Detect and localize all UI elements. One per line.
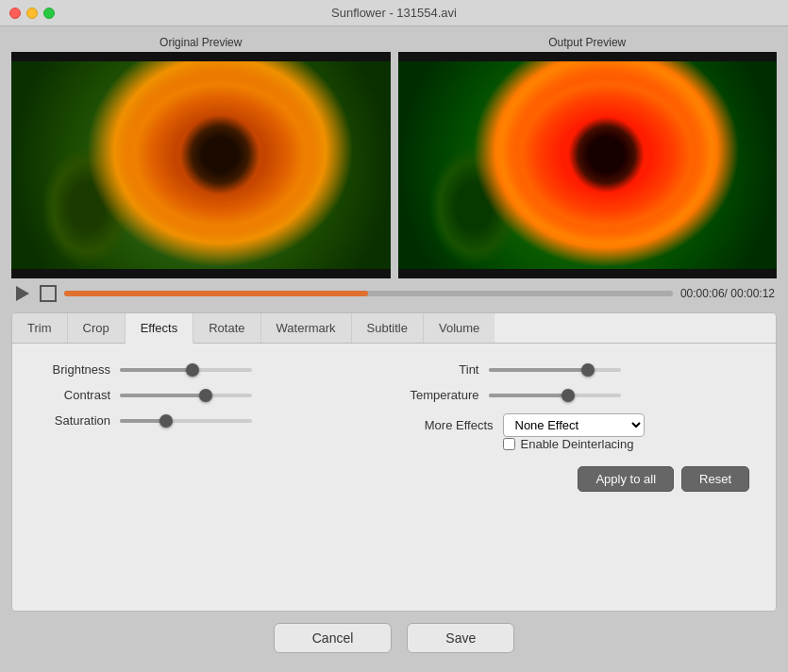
minimize-button[interactable] <box>26 8 38 19</box>
brightness-row: Brightness <box>35 362 385 377</box>
tint-slider[interactable] <box>489 368 621 372</box>
original-black-bar-top <box>11 52 391 61</box>
stop-button[interactable] <box>40 285 57 302</box>
deinterlacing-checkbox[interactable] <box>503 438 515 450</box>
temperature-thumb[interactable] <box>562 389 575 402</box>
tab-effects[interactable]: Effects <box>126 313 194 344</box>
brightness-fill <box>120 368 193 372</box>
output-black-bar-bottom <box>398 269 778 278</box>
original-preview-label: Original Preview <box>11 36 391 49</box>
brightness-label: Brightness <box>35 362 110 377</box>
tab-volume[interactable]: Volume <box>424 313 495 343</box>
main-content: Original Preview Output Preview 00:0 <box>0 26 788 672</box>
more-effects-label: More Effects <box>404 418 494 432</box>
tabs-section: Trim Crop Effects Rotate Watermark Subti… <box>11 312 777 612</box>
save-button[interactable]: Save <box>407 623 514 653</box>
brightness-slider[interactable] <box>120 368 252 372</box>
action-buttons: Apply to all Reset <box>35 466 753 492</box>
tab-watermark[interactable]: Watermark <box>261 313 352 343</box>
saturation-row: Saturation <box>35 413 385 428</box>
output-video <box>398 52 778 278</box>
saturation-thumb[interactable] <box>159 414 173 428</box>
temperature-fill <box>489 394 568 397</box>
brightness-thumb[interactable] <box>186 363 199 377</box>
play-button[interactable] <box>13 284 32 303</box>
temperature-label: Temperature <box>404 388 479 402</box>
temperature-slider[interactable] <box>489 394 621 397</box>
output-preview-panel: Output Preview <box>398 36 778 278</box>
right-panel: Tint Temperature <box>385 362 754 451</box>
deinterlacing-row: Enable Deinterlacing <box>503 437 754 451</box>
output-preview-label: Output Preview <box>398 36 778 49</box>
tabs-header: Trim Crop Effects Rotate Watermark Subti… <box>12 313 776 344</box>
window-title: Sunflower - 131554.avi <box>331 6 457 20</box>
tint-row: Tint <box>404 362 754 377</box>
maximize-button[interactable] <box>43 8 55 19</box>
tint-label: Tint <box>404 362 479 377</box>
traffic-lights <box>9 8 55 19</box>
contrast-label: Contrast <box>35 388 110 402</box>
contrast-fill <box>120 394 206 397</box>
deinterlacing-label: Enable Deinterlacing <box>521 437 634 451</box>
progress-bar[interactable] <box>64 291 673 296</box>
tab-rotate[interactable]: Rotate <box>193 313 260 343</box>
output-video-content <box>398 61 778 269</box>
saturation-slider[interactable] <box>120 419 252 423</box>
original-video <box>11 52 391 278</box>
time-current: 00:00:06 <box>680 287 725 300</box>
tint-thumb[interactable] <box>581 363 595 377</box>
apply-to-all-button[interactable]: Apply to all <box>578 466 674 492</box>
output-black-bar-top <box>398 52 778 61</box>
contrast-thumb[interactable] <box>199 389 212 402</box>
title-bar: Sunflower - 131554.avi <box>0 0 788 26</box>
saturation-label: Saturation <box>35 413 110 428</box>
footer: Cancel Save <box>11 612 777 661</box>
original-video-content <box>11 61 391 269</box>
original-black-bar-bottom <box>11 269 391 278</box>
tint-fill <box>489 368 588 372</box>
more-effects-row: More Effects None Effect Grayscale Sepia… <box>404 413 754 437</box>
effects-columns: Brightness Contrast <box>35 362 753 451</box>
temperature-row: Temperature <box>404 388 754 402</box>
tab-crop[interactable]: Crop <box>68 313 126 343</box>
time-total: 00:00:12 <box>730 287 775 300</box>
close-button[interactable] <box>9 8 21 19</box>
progress-fill <box>64 291 368 296</box>
tab-trim[interactable]: Trim <box>12 313 68 343</box>
left-sliders: Brightness Contrast <box>35 362 385 451</box>
reset-button[interactable]: Reset <box>681 466 749 492</box>
cancel-button[interactable]: Cancel <box>274 623 393 653</box>
play-icon <box>16 286 29 301</box>
contrast-slider[interactable] <box>120 394 252 397</box>
previews-container: Original Preview Output Preview <box>11 36 777 278</box>
contrast-row: Contrast <box>35 388 385 402</box>
effects-tab-content: Brightness Contrast <box>12 344 776 507</box>
more-effects-select[interactable]: None Effect Grayscale Sepia Blur Sharpen <box>503 413 645 437</box>
original-preview-panel: Original Preview <box>11 36 391 278</box>
tab-subtitle[interactable]: Subtitle <box>352 313 424 343</box>
time-display: 00:00:06/ 00:00:12 <box>680 287 775 300</box>
transport-bar: 00:00:06/ 00:00:12 <box>11 284 777 303</box>
